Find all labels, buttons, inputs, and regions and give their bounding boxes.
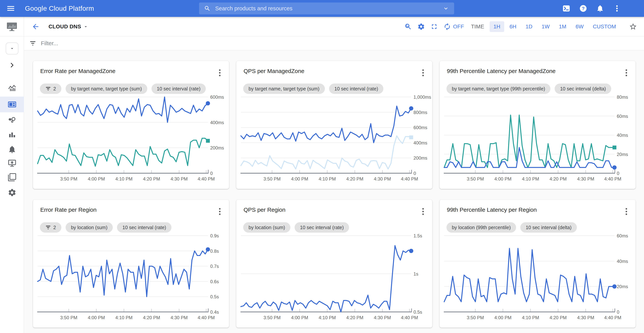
chart-card: 99th Percentile Latency per ManagedZone … [440, 61, 636, 189]
menu-icon[interactable] [6, 4, 15, 13]
chart-menu-button[interactable] [419, 207, 427, 217]
filter-count-chip[interactable]: 2 [40, 83, 61, 94]
dashboard-toolbar: CLOUD DNS OFF TIME 1H6H1D1W1M6WCUSTOM [24, 17, 644, 36]
sidebar-item-groups[interactable] [0, 173, 24, 182]
x-tick-label: 4:20 PM [143, 176, 160, 181]
help-icon[interactable]: ? [579, 4, 587, 12]
auto-refresh-toggle[interactable]: OFF [444, 23, 464, 30]
chart-chips: by location (99th percentile)10 sec inte… [446, 222, 636, 233]
x-tick-label: 4:40 PM [604, 315, 621, 320]
latest-point-marker [612, 284, 616, 289]
chart-menu-button[interactable] [216, 68, 224, 78]
aggregation-chip[interactable]: by target name, target type (99th percen… [446, 83, 550, 94]
chart-menu-button[interactable] [622, 207, 630, 217]
chart-card: QPS per ManagedZone by target name, targ… [236, 61, 432, 189]
y-tick-label: 0.5s [210, 294, 219, 299]
latest-point-marker [206, 139, 210, 143]
back-arrow-icon[interactable] [32, 23, 40, 31]
alerting-bell-icon [8, 145, 16, 154]
x-tick-label: 4:40 PM [604, 176, 621, 181]
search-time-icon[interactable] [404, 23, 412, 30]
aggregation-chip[interactable]: 10 sec interval (delta) [520, 222, 577, 233]
series-line [241, 246, 411, 312]
more-options-icon[interactable] [613, 4, 621, 12]
time-range-custom[interactable]: CUSTOM [589, 21, 620, 32]
chart-title: 99th Percentile Latency per Region [447, 207, 537, 213]
y-tick-label: 0.5s [414, 310, 422, 315]
line-chart: 60ms40ms20ms03:50 PM4:00 PM4:10 PM4:20 P… [440, 233, 636, 325]
x-tick-label: 4:40 PM [401, 315, 418, 320]
product-name: Google Cloud Platform [25, 4, 94, 12]
aggregation-chip[interactable]: by target name, target type (sum) [243, 83, 325, 94]
filter-count-chip[interactable]: 2 [40, 222, 61, 233]
x-tick-label: 4:20 PM [346, 176, 363, 181]
aggregation-chip[interactable]: by target name, target type (sum) [66, 83, 147, 94]
search-icon [204, 5, 210, 12]
dashboard-selector[interactable]: CLOUD DNS [48, 23, 88, 30]
aggregation-chip[interactable]: by location (99th percentile) [446, 222, 516, 233]
x-tick-label: 4:00 PM [88, 315, 105, 320]
aggregation-chip[interactable]: by location (sum) [243, 222, 290, 233]
search-input[interactable] [215, 5, 443, 12]
filter-list-icon [29, 40, 36, 47]
sidebar [0, 17, 24, 333]
sidebar-item-monitoring-logo[interactable] [0, 17, 24, 36]
x-tick-label: 4:30 PM [170, 315, 188, 320]
sidebar-item-expand-nav[interactable] [0, 61, 24, 69]
fullscreen-icon[interactable] [430, 23, 438, 30]
sidebar-item-metrics-explorer[interactable] [0, 84, 24, 92]
filter-bar [24, 36, 644, 50]
cloud-shell-icon[interactable] [562, 4, 570, 12]
settings-gear-icon[interactable] [417, 23, 425, 30]
sidebar-item-uptime-checks[interactable] [0, 159, 24, 168]
chip-label: by target name, target type (sum) [71, 86, 142, 92]
chart-plot: 0.9s0.8s0.7s0.6s0.5s0.4s3:50 PM4:00 PM4:… [33, 233, 229, 325]
chart-menu-button[interactable] [419, 68, 427, 78]
x-tick-label: 4:40 PM [198, 315, 214, 320]
aggregation-chip[interactable]: 10 sec interval (rate) [152, 83, 206, 94]
aggregation-chip[interactable]: by location (sum) [66, 222, 113, 233]
time-range-6w[interactable]: 6W [572, 21, 588, 32]
time-range-1w[interactable]: 1W [538, 21, 554, 32]
global-search[interactable] [199, 2, 454, 14]
star-icon[interactable] [629, 23, 637, 31]
chart-menu-button[interactable] [622, 68, 630, 78]
sidebar-item-services[interactable] [0, 116, 24, 125]
latest-point-marker [206, 247, 210, 252]
notifications-icon[interactable] [596, 4, 604, 12]
time-range-6h[interactable]: 6H [506, 21, 520, 32]
time-range-1d[interactable]: 1D [522, 21, 536, 32]
chevron-down-icon[interactable] [443, 5, 449, 12]
chart-plot: 80ms60ms40ms20ms03:50 PM4:00 PM4:10 PM4:… [440, 95, 636, 187]
filter-input[interactable] [41, 40, 644, 46]
x-tick-label: 4:40 PM [198, 176, 214, 181]
x-tick-label: 4:00 PM [88, 176, 105, 181]
sidebar-item-workspace-switcher[interactable] [0, 42, 24, 54]
aggregation-chip[interactable]: 10 sec interval (rate) [117, 222, 172, 233]
x-tick-label: 3:50 PM [60, 176, 77, 181]
x-tick-label: 4:10 PM [522, 176, 539, 181]
chart-chips: 2by location (sum)10 sec interval (rate) [40, 222, 229, 233]
x-tick-label: 4:30 PM [374, 315, 391, 320]
sidebar-item-dashboards[interactable] [0, 97, 24, 112]
chart-menu-button[interactable] [216, 207, 224, 217]
metrics-explorer-icon [8, 84, 16, 92]
kebab-icon [422, 69, 424, 77]
kebab-icon [219, 69, 221, 77]
sidebar-item-alerting[interactable] [0, 145, 24, 154]
time-range-1h[interactable]: 1H [490, 21, 504, 32]
time-range-1m[interactable]: 1M [555, 21, 570, 32]
x-tick-label: 4:00 PM [291, 176, 308, 181]
y-tick-label: 400ms [210, 120, 224, 125]
aggregation-chip[interactable]: 10 sec interval (delta) [555, 83, 611, 94]
sidebar-item-uptime-metrics[interactable] [0, 131, 24, 139]
sidebar-item-settings[interactable] [0, 188, 24, 197]
y-tick-label: 0 [414, 171, 416, 176]
app-header: Google Cloud Platform ? [0, 0, 644, 17]
aggregation-chip[interactable]: 10 sec interval (rate) [294, 222, 349, 233]
y-tick-label: 600ms [210, 95, 224, 100]
y-tick-label: 200ms [414, 155, 427, 161]
aggregation-chip[interactable]: 10 sec interval (rate) [329, 83, 384, 94]
y-tick-label: 60ms [617, 114, 628, 119]
latest-point-marker [409, 135, 413, 139]
